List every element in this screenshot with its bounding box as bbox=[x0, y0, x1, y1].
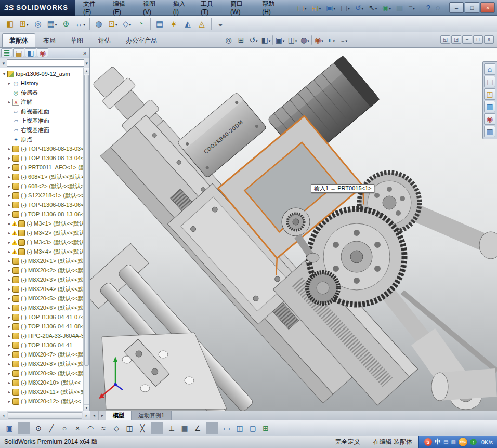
tree-item[interactable]: (-) M8X20<6> (默认<<默 bbox=[0, 303, 84, 312]
filter-input[interactable] bbox=[7, 59, 85, 67]
sepA[interactable] bbox=[272, 35, 273, 45]
custom-properties-icon[interactable]: ▥ bbox=[484, 126, 495, 137]
optimizer-ball-icon[interactable]: 70% bbox=[459, 438, 467, 446]
propertymanager-tab-icon[interactable]: ▤ bbox=[13, 48, 24, 57]
tree-item[interactable]: (-) M3<3> (默认<<默认 bbox=[0, 238, 84, 247]
tree-horizontal-scrollbar[interactable] bbox=[0, 411, 90, 420]
arc-icon[interactable]: ◠ bbox=[84, 422, 97, 434]
angle-icon[interactable]: ∠ bbox=[191, 422, 204, 434]
doc-minimize-button[interactable]: – bbox=[462, 35, 472, 44]
line-icon[interactable]: ╱ bbox=[45, 422, 58, 434]
exploded-view-icon[interactable]: ∗ bbox=[167, 17, 180, 31]
expand-arrow-icon[interactable] bbox=[7, 324, 12, 329]
options-icon[interactable]: ≡ bbox=[406, 2, 417, 14]
sepS2[interactable] bbox=[151, 422, 163, 434]
shaft-end-cap[interactable] bbox=[307, 253, 319, 262]
expand-arrow-icon[interactable] bbox=[7, 193, 12, 198]
tree-item[interactable]: (-) S12X218<1> (默认<<默 bbox=[0, 191, 84, 200]
tree-item[interactable]: (-) TOP-I1306-04-41- bbox=[0, 340, 84, 350]
tree-item[interactable]: (-) M8X20<2> (默认<<默 bbox=[0, 266, 84, 275]
convert-entities-icon[interactable]: ⊥ bbox=[165, 422, 178, 434]
tree-item[interactable]: (-) M8X20<1> (默认<<默 bbox=[0, 256, 84, 266]
rectangle-icon[interactable]: ▭ bbox=[220, 422, 233, 434]
circle-icon[interactable]: ⊙ bbox=[32, 422, 45, 434]
menu-help[interactable]: 帮助(H) bbox=[257, 0, 288, 15]
save-icon[interactable]: ▣ bbox=[324, 2, 337, 14]
expand-arrow-icon[interactable] bbox=[7, 203, 12, 207]
expand-arrow-icon[interactable] bbox=[7, 287, 12, 292]
design-library-icon[interactable]: ▤ bbox=[484, 76, 495, 87]
expand-arrow-icon[interactable] bbox=[7, 100, 12, 104]
open-icon[interactable]: ◱ bbox=[309, 2, 323, 14]
sogou-input-icon[interactable]: S bbox=[424, 438, 432, 446]
tab-assembly[interactable]: 装配体 bbox=[2, 33, 35, 47]
tree-item[interactable]: (-) 608<2> (默认<<默认> bbox=[0, 181, 84, 191]
expand-arrow-icon[interactable] bbox=[7, 334, 12, 338]
section-view-icon[interactable]: ◧ bbox=[260, 34, 272, 46]
scroll-up-icon[interactable] bbox=[84, 68, 89, 74]
expand-arrow-icon[interactable] bbox=[7, 399, 12, 404]
file-properties-icon[interactable]: ▥ bbox=[394, 2, 405, 14]
tree-item[interactable]: (-) PRT0011_AFO<1> (默认 bbox=[0, 163, 84, 172]
expand-arrow-icon[interactable] bbox=[7, 184, 12, 189]
scroll-down-icon[interactable] bbox=[84, 404, 89, 411]
expand-arrow-icon[interactable] bbox=[7, 380, 12, 385]
sep3[interactable] bbox=[211, 18, 212, 30]
scroll-right-icon[interactable] bbox=[83, 411, 90, 420]
doc-close-button[interactable]: × bbox=[484, 35, 494, 44]
tree-item[interactable]: 前视基准面 bbox=[0, 107, 84, 116]
view-orientation-icon[interactable]: ▣ bbox=[274, 34, 286, 46]
displaymanager-tab-icon[interactable]: ◉ bbox=[37, 48, 48, 57]
expand-arrow-icon[interactable] bbox=[7, 315, 12, 320]
previous-view-icon[interactable]: ↺ bbox=[247, 34, 259, 46]
tab-office-products[interactable]: 办公室产品 bbox=[119, 33, 164, 47]
tree-item[interactable]: 注解 bbox=[0, 97, 84, 107]
ime-toolbox-icon[interactable] bbox=[451, 439, 456, 445]
expand-arrow-icon[interactable] bbox=[7, 165, 12, 170]
save-icon[interactable]: ▣ bbox=[3, 422, 16, 434]
appearances-icon[interactable]: ◉ bbox=[484, 113, 495, 125]
expand-arrow-icon[interactable] bbox=[7, 212, 12, 217]
model-3d-drawing[interactable]: CDO2KB40-20DM bbox=[90, 48, 497, 411]
expand-arrow-icon[interactable] bbox=[7, 352, 12, 357]
tree-item[interactable]: (-) M8X20<10> (默认<< bbox=[0, 378, 84, 387]
featuremanager-tab-icon[interactable]: ☰ bbox=[1, 48, 12, 57]
tree-item[interactable]: (-) M3<4> (默认<<默认 bbox=[0, 247, 84, 256]
tree-item[interactable]: 传感器 bbox=[0, 88, 84, 97]
assembly-features-icon[interactable]: ⊡ bbox=[106, 17, 120, 31]
tree-item[interactable]: (-) M8X20<8> (默认<<默 bbox=[0, 359, 84, 368]
tree-item[interactable]: (-) M3<1> (默认<<默认 bbox=[0, 219, 84, 228]
new-document-icon[interactable]: ▢ bbox=[295, 2, 309, 14]
menu-file[interactable]: 文件(F) bbox=[79, 0, 108, 15]
panel-overflow-chevron[interactable]: » bbox=[83, 50, 88, 56]
expand-arrow-icon[interactable] bbox=[7, 390, 12, 394]
tree-item[interactable]: (-) TOP-I1306-08-13-06< bbox=[0, 209, 84, 219]
tree-item[interactable]: (-) M8X20<12> (默认<< bbox=[0, 397, 84, 406]
display-pane-icon[interactable]: ◫ bbox=[233, 422, 246, 434]
help-icon[interactable]: ? bbox=[424, 2, 433, 14]
edit-component-icon[interactable]: ◧ bbox=[3, 17, 17, 31]
menu-view[interactable]: 视图(V) bbox=[138, 0, 168, 15]
expand-arrow-icon[interactable] bbox=[7, 240, 12, 245]
tree-item[interactable]: (-) M8X20<11> (默认<<默 bbox=[0, 387, 84, 397]
reference-geometry-icon[interactable]: ◇ bbox=[120, 17, 134, 31]
select-icon[interactable]: ↖ bbox=[367, 2, 379, 14]
move-component-icon[interactable]: ↔ bbox=[73, 17, 87, 31]
spotlight-icon[interactable]: ◒ bbox=[214, 17, 227, 31]
minimize-button[interactable]: – bbox=[449, 2, 464, 13]
tree-item[interactable]: (-) 608<1> (默认<<默认> bbox=[0, 172, 84, 181]
expand-arrow-icon[interactable] bbox=[7, 249, 12, 254]
tree-item[interactable]: (-) HPG-20A-33-J604A-SP bbox=[0, 331, 84, 340]
file-explorer-icon[interactable]: ◰ bbox=[484, 88, 495, 100]
mate-icon[interactable]: ◎ bbox=[31, 17, 45, 31]
expand-arrow-icon[interactable] bbox=[7, 306, 12, 310]
filter-dropdown-icon[interactable] bbox=[85, 59, 88, 67]
instant3d-icon[interactable]: ◬ bbox=[195, 17, 208, 31]
sep1[interactable] bbox=[89, 18, 90, 30]
search-icon[interactable]: ◌ bbox=[434, 2, 442, 14]
resources-icon[interactable]: ⌂ bbox=[484, 63, 495, 75]
interference-detection-icon[interactable]: ◭ bbox=[181, 17, 194, 31]
design-table-icon[interactable]: ⊞ bbox=[259, 422, 272, 434]
tree-item[interactable]: (-) TOP-I1306-04-41-07< bbox=[0, 312, 84, 322]
tree-item[interactable]: History bbox=[0, 78, 84, 88]
